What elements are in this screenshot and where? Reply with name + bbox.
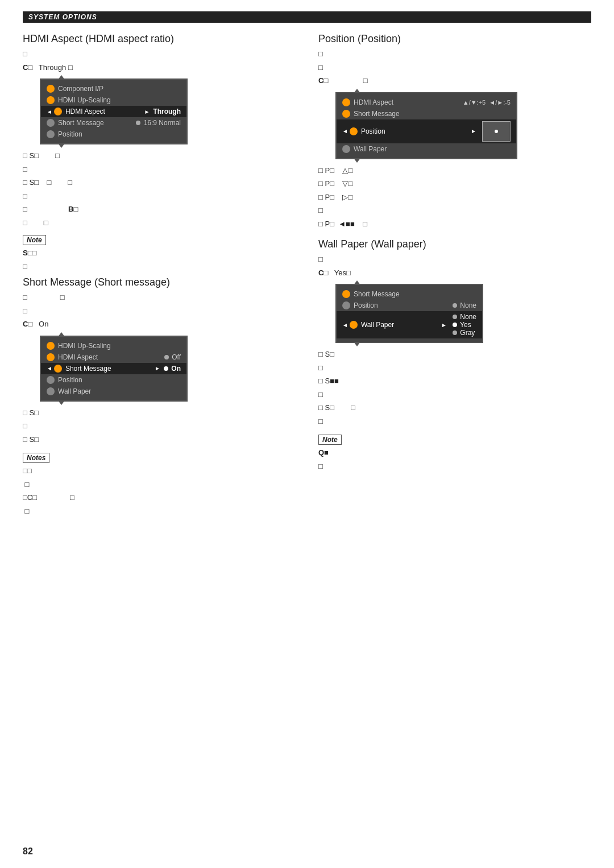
sm-menu-position[interactable]: Position: [41, 374, 186, 386]
wp-line1: □: [318, 254, 591, 265]
sm-short-msg-icon: [54, 365, 62, 373]
hdmi-option-through: Through: [153, 108, 181, 115]
sm-on-option: On: [164, 365, 181, 373]
sm-menu-hdmi-aspect[interactable]: HDMI Aspect Off: [41, 352, 186, 363]
menu-item-hdmi-aspect[interactable]: ◄ HDMI Aspect ► Through: [41, 106, 186, 117]
pos-line2: □: [318, 62, 591, 73]
notes-section: Notes □□ □ □C□ □ □: [23, 453, 296, 516]
wp-sm-icon: [342, 290, 350, 298]
hdmi-post-line1: □ S□ □: [23, 150, 296, 162]
hdmi-title: HDMI Aspect (HDMI aspect ratio): [23, 33, 296, 45]
position-preview-box: [482, 121, 511, 142]
wallpaper-title: Wall Paper (Wall paper): [318, 238, 591, 250]
hdmi-c-label: C□: [23, 63, 32, 72]
wp-post-line1: □ S□: [318, 349, 591, 360]
menu-item-component[interactable]: Component I/P: [41, 83, 186, 94]
menu-item-hdmi-upscaling[interactable]: HDMI Up-Scaling: [41, 94, 186, 106]
radio-none: [453, 303, 457, 308]
notes-line3: □C□ □: [23, 492, 296, 503]
wp-post-line2: □: [318, 362, 591, 374]
short-message-title: Short Message (Short message): [23, 276, 296, 288]
sm-position-icon: [47, 376, 55, 384]
sm-line3: C□ On: [23, 319, 296, 330]
wp-wallpaper-icon: [350, 321, 358, 329]
wp-menu-wallpaper[interactable]: ◄ Wall Paper ► None Yes Gray: [337, 311, 482, 338]
b-label: B□: [68, 205, 78, 213]
notes-line2: □: [23, 479, 296, 490]
sm-line2: □: [23, 305, 296, 317]
sm-hdmi-aspect-icon: [47, 353, 55, 361]
hdmi-post-line5: □ B□: [23, 204, 296, 215]
hdmi-aspect-section: HDMI Aspect (HDMI aspect ratio) □ C□ Thr…: [23, 33, 296, 228]
pos-menu-wallpaper[interactable]: Wall Paper: [337, 143, 516, 155]
pos-line3: C□ □: [318, 75, 591, 86]
menu-item-position[interactable]: Position: [41, 129, 186, 140]
position-menu-box: HDMI Aspect ▲/▼:+5 ◄/►:-5 Short Message …: [335, 92, 517, 159]
pos-post-line1: □ P□ △□: [318, 165, 591, 176]
position-dot: [495, 130, 498, 133]
sm-menu-wallpaper[interactable]: Wall Paper: [41, 386, 186, 397]
sm-line1: □ □: [23, 292, 296, 303]
wp-none-option: None: [453, 301, 476, 309]
selected-arrow: ◄: [47, 109, 52, 115]
hdmi-line1: □: [23, 48, 296, 60]
pos-hdmi-icon: [342, 98, 350, 106]
upscaling-icon: [47, 96, 55, 104]
sm-post-line3: □ S□: [23, 434, 296, 445]
note-label-right: Note: [318, 435, 342, 445]
wp-arrow-right: ►: [441, 322, 447, 328]
hdmi-post-line4: □: [23, 191, 296, 202]
sm-menu-arrow-down: [58, 400, 65, 405]
hdmi-arrow-right: ►: [144, 109, 150, 115]
pos-controls: ▲/▼:+5 ◄/►:-5: [463, 99, 511, 106]
right-column: Position (Position) □ □ C□ □ HDMI Aspect…: [318, 33, 591, 519]
note-right-line1: Q■: [318, 447, 591, 458]
pos-line1: □: [318, 48, 591, 60]
pos-menu-arrow-down: [354, 158, 360, 163]
radio-gray: [453, 330, 457, 335]
sm-wallpaper-icon: [47, 387, 55, 395]
pos-sm-icon: [342, 110, 350, 118]
hdmi-menu-box: Component I/P HDMI Up-Scaling ◄ HDMI Asp…: [40, 78, 188, 144]
wp-menu-position[interactable]: Position None: [337, 300, 482, 311]
radio-on-selected: [164, 366, 168, 371]
sm-upscaling-icon: [47, 342, 55, 350]
sm-post-line2: □: [23, 420, 296, 432]
system-options-header: SYSTEM OPTIONS: [23, 11, 591, 23]
notes-label: Notes: [23, 453, 49, 463]
sm-selected-arrow: ◄: [47, 365, 52, 371]
radio-off: [164, 355, 169, 359]
menu-item-short-message[interactable]: Short Message 16:9 Normal: [41, 117, 186, 129]
wp-options-list: None Yes Gray: [453, 313, 476, 337]
wp-post-line6: □: [318, 416, 591, 427]
sm-menu-short-message[interactable]: ◄ Short Message ► On: [41, 363, 186, 374]
sm-post-line1: □ S□: [23, 407, 296, 419]
notes-line4: □: [23, 506, 296, 517]
pos-menu-hdmi-aspect[interactable]: HDMI Aspect ▲/▼:+5 ◄/►:-5: [337, 97, 516, 108]
pos-post-line3: □ P□ ▷□: [318, 192, 591, 203]
pos-selected-arrow: ◄: [342, 128, 348, 134]
short-message-menu-box: HDMI Up-Scaling HDMI Aspect Off ◄ Short …: [40, 336, 188, 402]
wp-menu-arrow-down: [354, 342, 360, 346]
hdmi-post-line2: □: [23, 164, 296, 175]
page-number: 82: [23, 846, 33, 857]
wp-line2: C□ Yes□: [318, 267, 591, 279]
sm-c-label: C□: [23, 320, 32, 328]
wp-menu-short-message[interactable]: Short Message: [337, 288, 482, 300]
pos-post-line2: □ P□ ▽□: [318, 178, 591, 189]
hdmi-line2: C□ Through □: [23, 62, 296, 73]
short-msg-option: 16:9 Normal: [136, 119, 181, 127]
sm-menu-upscaling[interactable]: HDMI Up-Scaling: [41, 340, 186, 352]
wp-menu-arrow-up: [354, 280, 360, 285]
notes-line1: □□: [23, 465, 296, 477]
pos-menu-short-message[interactable]: Short Message: [337, 108, 516, 119]
hdmi-aspect-icon: [54, 108, 62, 115]
radio-16-9: [136, 121, 140, 125]
pos-post-line4: □: [318, 205, 591, 216]
hdmi-post-line6: □ □: [23, 217, 296, 229]
wp-selected-arrow: ◄: [342, 322, 348, 328]
pos-arrow-right: ►: [471, 128, 476, 134]
pos-menu-position[interactable]: ◄ Position ►: [337, 119, 516, 143]
note-line1: S□□: [23, 247, 296, 259]
sm-menu-arrow-up: [58, 332, 65, 337]
